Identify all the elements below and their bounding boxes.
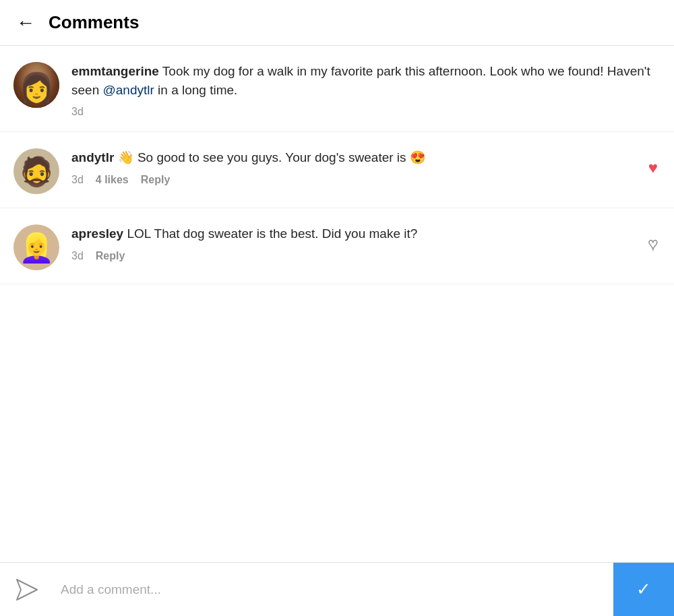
- reply-button-apresley[interactable]: Reply: [96, 250, 125, 262]
- header: ← Comments: [0, 0, 674, 46]
- svg-marker-0: [17, 580, 37, 600]
- comment-input-area: ✓: [0, 562, 674, 616]
- comment-content-andy: andytlr 👋 So good to see you guys. Your …: [71, 148, 661, 186]
- username-apresley[interactable]: apresley: [71, 226, 123, 241]
- comment-body-andy: 👋 So good to see you guys. Your dog's sw…: [118, 150, 426, 164]
- comment-item-emma: emmtangerine Took my dog for a walk in m…: [0, 46, 674, 132]
- comment-input[interactable]: [54, 582, 613, 597]
- comment-item-andy: andytlr 👋 So good to see you guys. Your …: [0, 132, 674, 208]
- comment-text-emma: emmtangerine Took my dog for a walk in m…: [71, 62, 661, 99]
- comment-content-apresley: apresley LOL That dog sweater is the bes…: [71, 224, 661, 262]
- like-button-andy[interactable]: ♥: [648, 158, 658, 177]
- comment-content-emma: emmtangerine Took my dog for a walk in m…: [71, 62, 661, 118]
- comment-meta-emma: 3d: [71, 106, 661, 118]
- checkmark-icon: ✓: [636, 579, 651, 600]
- username-andy[interactable]: andytlr: [71, 150, 114, 164]
- mention-andytlr[interactable]: @andytlr: [102, 83, 154, 97]
- comment-time-andy: 3d: [71, 174, 84, 186]
- comment-body-emma-2: in a long time.: [154, 83, 238, 97]
- reply-button-andy[interactable]: Reply: [141, 174, 171, 186]
- back-button[interactable]: ←: [16, 13, 35, 32]
- avatar-apresley: [13, 224, 59, 270]
- send-icon: [16, 578, 38, 601]
- comment-body-apresley: LOL That dog sweater is the best. Did yo…: [127, 226, 417, 241]
- comment-text-andy: andytlr 👋 So good to see you guys. Your …: [71, 148, 661, 167]
- comment-time-apresley: 3d: [71, 250, 84, 262]
- comment-meta-andy: 3d 4 likes Reply: [71, 174, 661, 186]
- comment-likes-andy: 4 likes: [96, 174, 129, 186]
- like-button-apresley[interactable]: ♥: [648, 235, 658, 253]
- comment-text-apresley: apresley LOL That dog sweater is the bes…: [71, 224, 661, 243]
- avatar-andy: [13, 148, 59, 194]
- comments-list: emmtangerine Took my dog for a walk in m…: [0, 46, 674, 562]
- send-icon-wrapper: [0, 563, 54, 617]
- submit-comment-button[interactable]: ✓: [613, 563, 674, 617]
- comment-item-apresley: apresley LOL That dog sweater is the bes…: [0, 208, 674, 284]
- comment-time-emma: 3d: [71, 106, 84, 118]
- page-title: Comments: [49, 12, 139, 33]
- avatar-emma: [13, 62, 59, 108]
- comment-meta-apresley: 3d Reply: [71, 250, 661, 262]
- username-emma[interactable]: emmtangerine: [71, 64, 159, 78]
